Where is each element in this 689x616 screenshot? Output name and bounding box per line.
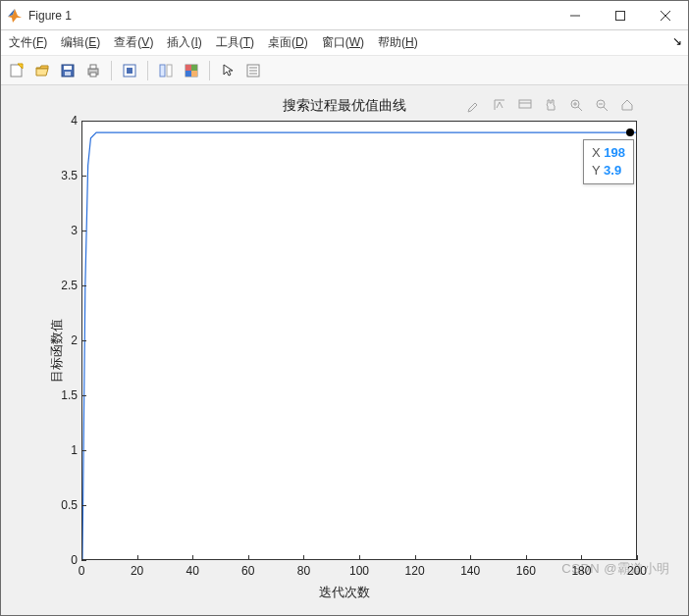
menu-insert[interactable]: 插入(I) bbox=[167, 34, 201, 51]
menu-window[interactable]: 窗口(W) bbox=[322, 34, 364, 51]
pointer-icon[interactable] bbox=[216, 59, 239, 82]
y-tick-label: 1.5 bbox=[48, 388, 78, 402]
svg-rect-10 bbox=[65, 72, 71, 76]
matlab-logo-icon bbox=[7, 8, 23, 24]
svg-rect-20 bbox=[191, 65, 197, 71]
maximize-button[interactable] bbox=[598, 1, 643, 30]
x-tick-label: 40 bbox=[186, 564, 199, 578]
save-icon[interactable] bbox=[56, 59, 80, 82]
svg-rect-3 bbox=[616, 11, 625, 20]
figure-area: 搜索过程最优值曲线 目标函数值 迭代次数 X 198 Y 3.9 bbox=[1, 85, 688, 615]
figure-window: Figure 1 文件(F) 编辑(E) 查看(V) 插入(I) 工具(T) 桌… bbox=[0, 0, 689, 616]
colorbar-icon[interactable] bbox=[180, 59, 203, 82]
axes-plotbox[interactable]: X 198 Y 3.9 bbox=[81, 121, 637, 560]
menu-desktop[interactable]: 桌面(D) bbox=[268, 34, 308, 51]
x-tick-label: 120 bbox=[405, 564, 425, 578]
pan-icon[interactable] bbox=[541, 95, 560, 115]
plot-toolbar bbox=[464, 95, 637, 115]
data-cursor-icon[interactable] bbox=[154, 59, 178, 82]
menu-overflow-icon[interactable]: ↘ bbox=[672, 34, 682, 48]
svg-line-34 bbox=[604, 107, 608, 111]
svg-rect-22 bbox=[191, 71, 197, 77]
brush-icon[interactable] bbox=[464, 95, 484, 115]
x-tick-label: 140 bbox=[460, 564, 480, 578]
y-tick-label: 0.5 bbox=[48, 498, 78, 512]
svg-rect-13 bbox=[90, 73, 96, 77]
menu-tools[interactable]: 工具(T) bbox=[216, 34, 254, 51]
datatip-y-label: Y bbox=[592, 163, 600, 178]
y-tick-label: 2 bbox=[48, 334, 78, 347]
link-icon[interactable] bbox=[118, 59, 141, 82]
minimize-button[interactable] bbox=[553, 1, 598, 30]
x-tick-label: 60 bbox=[241, 564, 254, 578]
menu-edit[interactable]: 编辑(E) bbox=[61, 34, 100, 51]
x-axis-label: 迭代次数 bbox=[7, 584, 682, 601]
x-tick-label: 0 bbox=[79, 564, 85, 578]
svg-rect-17 bbox=[167, 65, 172, 77]
menu-help[interactable]: 帮助(H) bbox=[378, 34, 418, 51]
y-tick-label: 2.5 bbox=[48, 279, 78, 292]
datatip[interactable]: X 198 Y 3.9 bbox=[583, 139, 634, 184]
toolbar-separator bbox=[111, 61, 112, 80]
line-series bbox=[82, 122, 636, 559]
y-tick-label: 4 bbox=[48, 114, 78, 128]
y-tick-label: 0 bbox=[48, 553, 78, 567]
toolbar-separator bbox=[209, 61, 210, 80]
window-title: Figure 1 bbox=[28, 9, 72, 23]
axes-container: 搜索过程最优值曲线 目标函数值 迭代次数 X 198 Y 3.9 bbox=[7, 91, 682, 609]
svg-line-30 bbox=[578, 107, 582, 111]
new-figure-icon[interactable] bbox=[5, 59, 28, 82]
datatip-x-label: X bbox=[592, 145, 601, 160]
zoom-in-icon[interactable] bbox=[566, 95, 586, 115]
x-tick-label: 180 bbox=[571, 564, 591, 578]
toolbar-separator bbox=[147, 61, 148, 80]
menu-file[interactable]: 文件(F) bbox=[9, 34, 47, 51]
y-tick-label: 1 bbox=[48, 443, 78, 457]
open-icon[interactable] bbox=[30, 59, 54, 82]
rotate-icon[interactable] bbox=[490, 95, 509, 115]
svg-rect-12 bbox=[90, 65, 96, 69]
svg-rect-27 bbox=[519, 100, 531, 108]
svg-rect-19 bbox=[186, 65, 191, 71]
home-icon[interactable] bbox=[617, 95, 637, 115]
y-tick-label: 3.5 bbox=[48, 169, 78, 182]
x-tick-label: 80 bbox=[297, 564, 310, 578]
x-tick-label: 200 bbox=[627, 564, 647, 578]
y-axis-label: 目标函数值 bbox=[48, 319, 66, 383]
menubar: 文件(F) 编辑(E) 查看(V) 插入(I) 工具(T) 桌面(D) 窗口(W… bbox=[1, 30, 688, 56]
svg-rect-16 bbox=[160, 65, 165, 77]
close-button[interactable] bbox=[643, 1, 688, 30]
svg-rect-21 bbox=[186, 71, 191, 77]
titlebar: Figure 1 bbox=[1, 1, 688, 30]
toolbar bbox=[1, 56, 688, 85]
zoom-out-icon[interactable] bbox=[592, 95, 611, 115]
y-tick-label: 3 bbox=[48, 224, 78, 237]
datatip-box-icon[interactable] bbox=[515, 95, 535, 115]
svg-rect-9 bbox=[64, 66, 72, 70]
x-tick-label: 160 bbox=[516, 564, 536, 578]
print-icon[interactable] bbox=[81, 59, 105, 82]
x-tick-label: 20 bbox=[131, 564, 143, 578]
datatip-marker[interactable] bbox=[626, 128, 634, 136]
menu-view[interactable]: 查看(V) bbox=[114, 34, 153, 51]
x-tick-label: 100 bbox=[349, 564, 369, 578]
datatip-y-value: 3.9 bbox=[604, 163, 621, 178]
svg-rect-15 bbox=[127, 68, 132, 74]
insert-icon[interactable] bbox=[241, 59, 265, 82]
datatip-x-value: 198 bbox=[604, 145, 625, 160]
